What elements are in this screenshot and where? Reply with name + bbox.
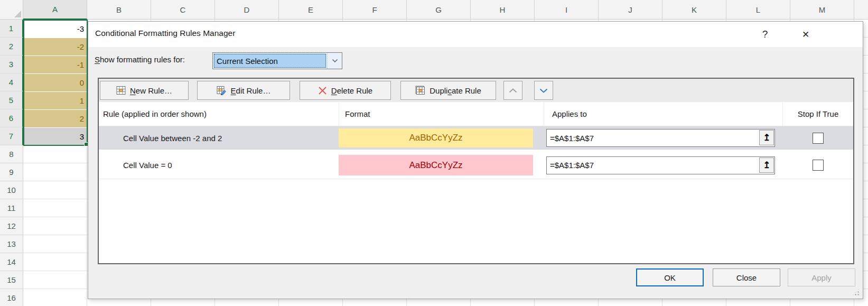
row-header-10[interactable]: 10	[0, 181, 23, 199]
format-preview: AaBbCcYyZz	[339, 128, 533, 147]
row-header-12[interactable]: 12	[0, 217, 23, 235]
dropdown-selected-value: Current Selection	[213, 53, 326, 68]
rules-list: Rule (applied in order shown) Format App…	[99, 102, 853, 263]
row-header-14[interactable]: 14	[0, 253, 23, 271]
duplicate-rule-table-icon	[415, 86, 425, 95]
new-rule-table-icon	[116, 86, 126, 95]
column-header-L[interactable]: L	[726, 0, 790, 20]
rule-row-1[interactable]: Cell Value between -2 and 2 AaBbCcYyZz ↥	[99, 126, 853, 150]
edit-rule-label: Edit Rule…	[231, 86, 271, 95]
row-header-3[interactable]: 3	[0, 55, 23, 73]
column-header-I[interactable]: I	[535, 0, 599, 20]
cell-A6[interactable]: 2	[24, 110, 87, 127]
column-headers: ABCDEFGHIJKLM	[23, 0, 868, 20]
chevron-down-icon[interactable]	[327, 53, 342, 69]
row-header-6[interactable]: 6	[0, 109, 23, 127]
rule-stop-cell	[782, 126, 853, 150]
rule-stop-cell	[782, 153, 853, 178]
close-icon[interactable]: ✕	[798, 26, 814, 42]
move-rule-up-button[interactable]	[503, 81, 522, 100]
show-rules-for-dropdown[interactable]: Current Selection	[212, 52, 342, 69]
cell-A4[interactable]: 0	[24, 74, 87, 91]
select-all-corner[interactable]	[0, 0, 23, 20]
column-header-A[interactable]: A	[23, 0, 87, 20]
ok-button[interactable]: OK	[636, 268, 704, 286]
column-header-J[interactable]: J	[599, 0, 662, 20]
new-rule-button[interactable]: New Rule…	[100, 81, 189, 100]
rule-description: Cell Value = 0	[99, 153, 339, 178]
header-rule: Rule (applied in order shown)	[99, 102, 339, 126]
dialog-titlebar[interactable]: Conditional Formatting Rules Manager	[88, 22, 863, 47]
column-header-F[interactable]: F	[343, 0, 407, 20]
header-applies-to: Applies to	[544, 102, 782, 126]
rule-format-cell: AaBbCcYyZz	[339, 126, 544, 150]
stop-if-true-checkbox[interactable]	[813, 160, 824, 171]
rule-description: Cell Value between -2 and 2	[99, 126, 339, 150]
applies-to-input[interactable]	[546, 156, 775, 174]
apply-button[interactable]: Apply	[788, 268, 855, 286]
conditional-formatting-rules-manager-dialog: Conditional Formatting Rules Manager ? ✕…	[88, 21, 863, 299]
duplicate-rule-label: Duplicate Rule	[430, 86, 481, 95]
column-header-H[interactable]: H	[471, 0, 535, 20]
edit-rule-pencil-icon	[217, 86, 227, 95]
duplicate-rule-button[interactable]: Duplicate Rule	[400, 81, 496, 100]
column-header-M[interactable]: M	[790, 0, 854, 20]
header-stop-if-true: Stop If True	[782, 102, 853, 126]
resize-grip[interactable]	[852, 289, 860, 296]
row-header-16[interactable]: 16	[0, 289, 23, 306]
row-headers: 12345678910111213141516	[0, 20, 23, 306]
show-rules-for-label: Show formatting rules for:	[95, 55, 185, 64]
column-header-K[interactable]: K	[662, 0, 726, 20]
format-preview: AaBbCcYyZz	[339, 155, 533, 175]
rules-toolbar: New Rule… Edit Rule… Delete Rule Duplica…	[99, 79, 853, 102]
row-header-7[interactable]: 7	[0, 127, 23, 145]
close-button[interactable]: Close	[713, 268, 780, 286]
new-rule-label: New Rule…	[130, 86, 172, 95]
move-rule-down-button[interactable]	[534, 81, 553, 100]
row-header-13[interactable]: 13	[0, 235, 23, 253]
delete-rule-label: Delete Rule	[331, 86, 372, 95]
rule-row-2[interactable]: Cell Value = 0 AaBbCcYyZz ↥	[99, 153, 853, 178]
cell-A5[interactable]: 1	[24, 92, 87, 109]
cell-A7[interactable]: 3	[24, 128, 87, 145]
column-header-partial	[854, 0, 868, 20]
row-header-8[interactable]: 8	[0, 145, 23, 163]
row-header-9[interactable]: 9	[0, 163, 23, 181]
collapse-dialog-icon[interactable]: ↥	[759, 130, 774, 145]
row-header-2[interactable]: 2	[0, 38, 23, 55]
delete-rule-button[interactable]: Delete Rule	[300, 81, 391, 100]
dialog-title: Conditional Formatting Rules Manager	[95, 29, 235, 38]
row-header-11[interactable]: 11	[0, 199, 23, 217]
cell-A1[interactable]: -3	[24, 20, 87, 38]
rule-applies-cell: ↥	[544, 126, 782, 150]
column-header-B[interactable]: B	[87, 0, 151, 20]
collapse-dialog-icon[interactable]: ↥	[759, 157, 774, 173]
rule-format-cell: AaBbCcYyZz	[339, 153, 544, 178]
header-format: Format	[339, 102, 544, 126]
stop-if-true-checkbox[interactable]	[813, 133, 824, 144]
help-button[interactable]: ?	[757, 26, 773, 42]
column-header-G[interactable]: G	[407, 0, 471, 20]
edit-rule-button[interactable]: Edit Rule…	[197, 81, 290, 100]
row-header-5[interactable]: 5	[0, 91, 23, 109]
column-header-C[interactable]: C	[151, 0, 215, 20]
cell-A3[interactable]: -1	[24, 56, 87, 73]
column-header-D[interactable]: D	[215, 0, 279, 20]
rule-applies-cell: ↥	[544, 153, 782, 178]
row-separator	[99, 179, 853, 179]
chevron-up-icon	[509, 88, 517, 93]
row-header-15[interactable]: 15	[0, 271, 23, 289]
chevron-down-icon	[539, 88, 548, 93]
select-all-triangle-icon	[14, 11, 21, 17]
rules-frame: New Rule… Edit Rule… Delete Rule Duplica…	[98, 78, 854, 264]
cell-A2[interactable]: -2	[24, 38, 87, 55]
delete-x-icon	[318, 86, 327, 95]
row-header-4[interactable]: 4	[0, 73, 23, 91]
rules-list-header: Rule (applied in order shown) Format App…	[99, 102, 853, 126]
column-header-E[interactable]: E	[279, 0, 343, 20]
applies-to-input[interactable]	[546, 129, 775, 147]
row-header-1[interactable]: 1	[0, 20, 23, 38]
